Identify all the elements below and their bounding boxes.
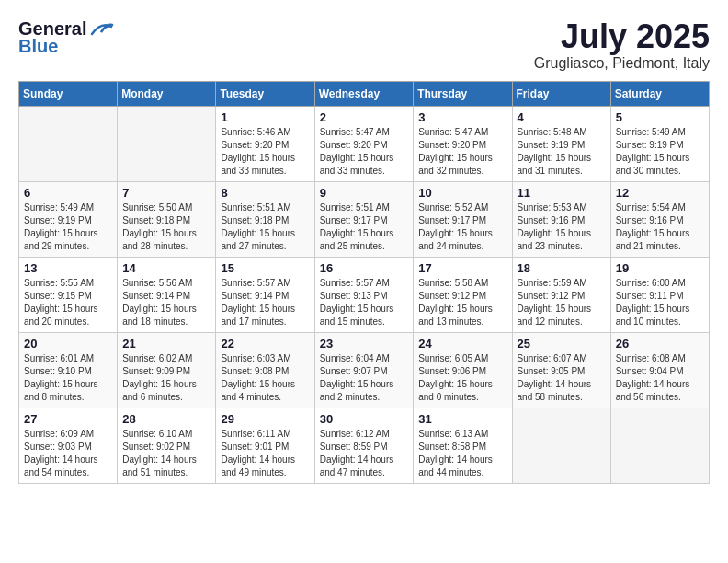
day-info: Sunrise: 6:03 AMSunset: 9:08 PMDaylight:… (221, 352, 309, 404)
location-text: Grugliasco, Piedmont, Italy (534, 55, 710, 72)
day-number: 27 (24, 412, 112, 426)
month-title: July 2025 (534, 18, 710, 55)
day-number: 9 (320, 186, 409, 200)
day-info: Sunrise: 5:47 AMSunset: 9:20 PMDaylight:… (320, 126, 409, 178)
day-number: 22 (221, 337, 309, 350)
day-number: 13 (24, 261, 112, 275)
day-number: 31 (418, 412, 506, 426)
day-info: Sunrise: 5:49 AMSunset: 9:19 PMDaylight:… (24, 201, 112, 253)
day-number: 30 (320, 412, 409, 426)
calendar-cell: 19Sunrise: 6:00 AMSunset: 9:11 PMDayligh… (610, 257, 709, 332)
calendar-week-row: 1Sunrise: 5:46 AMSunset: 9:20 PMDaylight… (19, 106, 710, 181)
calendar-cell (512, 408, 610, 483)
day-info: Sunrise: 5:47 AMSunset: 9:20 PMDaylight:… (418, 126, 506, 178)
day-info: Sunrise: 6:00 AMSunset: 9:11 PMDaylight:… (616, 277, 704, 328)
day-info: Sunrise: 5:52 AMSunset: 9:17 PMDaylight:… (418, 201, 506, 253)
day-number: 10 (418, 186, 506, 200)
calendar-cell: 6Sunrise: 5:49 AMSunset: 9:19 PMDaylight… (19, 181, 118, 257)
calendar-cell: 12Sunrise: 5:54 AMSunset: 9:16 PMDayligh… (610, 181, 709, 257)
calendar-week-row: 6Sunrise: 5:49 AMSunset: 9:19 PMDaylight… (19, 181, 710, 257)
day-info: Sunrise: 5:54 AMSunset: 9:16 PMDaylight:… (616, 201, 704, 253)
day-number: 19 (616, 261, 704, 275)
day-info: Sunrise: 5:58 AMSunset: 9:12 PMDaylight:… (418, 277, 506, 328)
day-info: Sunrise: 5:57 AMSunset: 9:14 PMDaylight:… (221, 277, 309, 328)
calendar-cell: 8Sunrise: 5:51 AMSunset: 9:18 PMDaylight… (216, 181, 314, 257)
calendar-header-row: SundayMondayTuesdayWednesdayThursdayFrid… (19, 81, 710, 106)
day-info: Sunrise: 5:59 AMSunset: 9:12 PMDaylight:… (518, 277, 606, 328)
day-number: 12 (616, 186, 704, 200)
day-number: 21 (122, 337, 210, 350)
day-number: 20 (24, 337, 112, 350)
calendar-cell: 30Sunrise: 6:12 AMSunset: 8:59 PMDayligh… (314, 408, 414, 483)
day-info: Sunrise: 5:49 AMSunset: 9:19 PMDaylight:… (616, 126, 704, 178)
calendar-week-row: 13Sunrise: 5:55 AMSunset: 9:15 PMDayligh… (19, 257, 710, 332)
title-section: July 2025 Grugliasco, Piedmont, Italy (534, 18, 710, 72)
calendar-cell: 7Sunrise: 5:50 AMSunset: 9:18 PMDaylight… (118, 181, 216, 257)
day-number: 15 (221, 261, 309, 275)
day-number: 8 (221, 186, 309, 200)
calendar-cell: 3Sunrise: 5:47 AMSunset: 9:20 PMDaylight… (414, 106, 512, 181)
calendar-cell (610, 408, 709, 483)
day-number: 29 (221, 412, 309, 426)
day-info: Sunrise: 6:01 AMSunset: 9:10 PMDaylight:… (24, 352, 112, 404)
calendar-cell: 31Sunrise: 6:13 AMSunset: 8:58 PMDayligh… (414, 408, 512, 483)
day-info: Sunrise: 5:56 AMSunset: 9:14 PMDaylight:… (122, 277, 210, 328)
day-info: Sunrise: 5:51 AMSunset: 9:18 PMDaylight:… (221, 201, 309, 253)
calendar-cell: 21Sunrise: 6:02 AMSunset: 9:09 PMDayligh… (118, 332, 216, 408)
calendar-cell: 15Sunrise: 5:57 AMSunset: 9:14 PMDayligh… (216, 257, 314, 332)
day-of-week-header: Wednesday (314, 81, 414, 106)
day-info: Sunrise: 6:08 AMSunset: 9:04 PMDaylight:… (616, 352, 704, 404)
logo-bird-icon (88, 19, 114, 40)
day-number: 14 (122, 261, 210, 275)
logo: General Blue (18, 18, 114, 57)
day-number: 24 (418, 337, 506, 350)
day-of-week-header: Friday (512, 81, 610, 106)
day-info: Sunrise: 6:11 AMSunset: 9:01 PMDaylight:… (221, 428, 309, 479)
calendar-cell: 29Sunrise: 6:11 AMSunset: 9:01 PMDayligh… (216, 408, 314, 483)
day-info: Sunrise: 5:46 AMSunset: 9:20 PMDaylight:… (221, 126, 309, 178)
day-number: 2 (320, 110, 409, 124)
calendar-table: SundayMondayTuesdayWednesdayThursdayFrid… (18, 81, 710, 484)
calendar-cell: 4Sunrise: 5:48 AMSunset: 9:19 PMDaylight… (512, 106, 610, 181)
day-number: 11 (518, 186, 606, 200)
calendar-cell: 24Sunrise: 6:05 AMSunset: 9:06 PMDayligh… (414, 332, 512, 408)
day-number: 16 (320, 261, 409, 275)
day-of-week-header: Monday (118, 81, 216, 106)
day-number: 4 (518, 110, 606, 124)
day-number: 1 (221, 110, 309, 124)
day-info: Sunrise: 5:55 AMSunset: 9:15 PMDaylight:… (24, 277, 112, 328)
day-info: Sunrise: 6:02 AMSunset: 9:09 PMDaylight:… (122, 352, 210, 404)
calendar-week-row: 27Sunrise: 6:09 AMSunset: 9:03 PMDayligh… (19, 408, 710, 483)
day-number: 17 (418, 261, 506, 275)
calendar-cell: 28Sunrise: 6:10 AMSunset: 9:02 PMDayligh… (118, 408, 216, 483)
day-info: Sunrise: 6:09 AMSunset: 9:03 PMDaylight:… (24, 428, 112, 479)
day-info: Sunrise: 5:48 AMSunset: 9:19 PMDaylight:… (518, 126, 606, 178)
calendar-cell: 5Sunrise: 5:49 AMSunset: 9:19 PMDaylight… (610, 106, 709, 181)
calendar-cell (118, 106, 216, 181)
day-info: Sunrise: 6:04 AMSunset: 9:07 PMDaylight:… (320, 352, 409, 404)
logo-blue-text: Blue (18, 36, 58, 57)
calendar-cell: 11Sunrise: 5:53 AMSunset: 9:16 PMDayligh… (512, 181, 610, 257)
day-info: Sunrise: 6:10 AMSunset: 9:02 PMDaylight:… (122, 428, 210, 479)
calendar-cell: 1Sunrise: 5:46 AMSunset: 9:20 PMDaylight… (216, 106, 314, 181)
day-info: Sunrise: 5:50 AMSunset: 9:18 PMDaylight:… (122, 201, 210, 253)
calendar-cell: 27Sunrise: 6:09 AMSunset: 9:03 PMDayligh… (19, 408, 118, 483)
calendar-cell: 9Sunrise: 5:51 AMSunset: 9:17 PMDaylight… (314, 181, 414, 257)
day-of-week-header: Tuesday (216, 81, 314, 106)
day-info: Sunrise: 6:13 AMSunset: 8:58 PMDaylight:… (418, 428, 506, 479)
day-number: 23 (320, 337, 409, 350)
page-header: General Blue July 2025 Grugliasco, Piedm… (18, 18, 710, 72)
calendar-cell: 16Sunrise: 5:57 AMSunset: 9:13 PMDayligh… (314, 257, 414, 332)
calendar-cell: 23Sunrise: 6:04 AMSunset: 9:07 PMDayligh… (314, 332, 414, 408)
calendar-cell: 2Sunrise: 5:47 AMSunset: 9:20 PMDaylight… (314, 106, 414, 181)
day-info: Sunrise: 5:53 AMSunset: 9:16 PMDaylight:… (518, 201, 606, 253)
calendar-week-row: 20Sunrise: 6:01 AMSunset: 9:10 PMDayligh… (19, 332, 710, 408)
day-number: 26 (616, 337, 704, 350)
day-info: Sunrise: 6:05 AMSunset: 9:06 PMDaylight:… (418, 352, 506, 404)
day-of-week-header: Sunday (19, 81, 118, 106)
calendar-cell: 14Sunrise: 5:56 AMSunset: 9:14 PMDayligh… (118, 257, 216, 332)
day-info: Sunrise: 5:57 AMSunset: 9:13 PMDaylight:… (320, 277, 409, 328)
calendar-cell: 26Sunrise: 6:08 AMSunset: 9:04 PMDayligh… (610, 332, 709, 408)
calendar-cell: 13Sunrise: 5:55 AMSunset: 9:15 PMDayligh… (19, 257, 118, 332)
calendar-cell: 17Sunrise: 5:58 AMSunset: 9:12 PMDayligh… (414, 257, 512, 332)
